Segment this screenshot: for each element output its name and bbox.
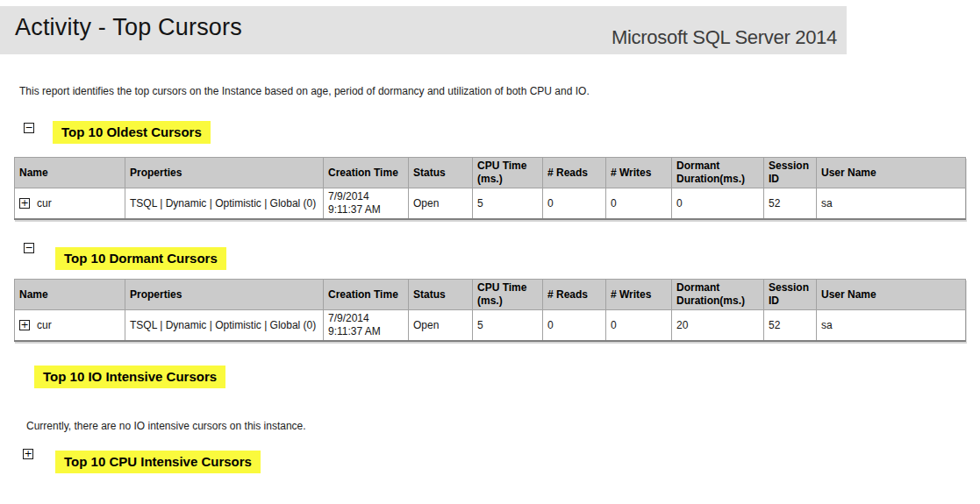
section-label-cpu: Top 10 CPU Intensive Cursors (55, 451, 261, 473)
column-header-properties: Properties (125, 280, 324, 310)
cell-reads: 0 (543, 310, 606, 342)
column-header-reads: # Reads (543, 280, 606, 310)
cell-name: + cur (15, 310, 125, 342)
oldest-cursors-table: Name Properties Creation Time Status CPU… (14, 157, 966, 220)
column-header-status: Status (409, 158, 473, 188)
cursor-row: + cur TSQL | Dynamic | Optimistic | Glob… (15, 188, 966, 220)
cell-creation-time: 7/9/2014 9:11:37 AM (324, 310, 409, 342)
column-header-writes: # Writes (606, 158, 672, 188)
column-header-user-name: User Name (817, 280, 966, 310)
collapse-toggle-icon[interactable]: − (24, 243, 34, 253)
cell-dormant-duration: 20 (672, 310, 764, 342)
report-page: Activity - Top Cursors Microsoft SQL Ser… (0, 0, 980, 504)
column-header-reads: # Reads (543, 158, 606, 188)
column-header-properties: Properties (125, 158, 324, 188)
header-row: Name Properties Creation Time Status CPU… (15, 280, 966, 310)
section-label-oldest: Top 10 Oldest Cursors (53, 121, 211, 144)
cell-cpu-time: 5 (473, 310, 543, 342)
expand-toggle-icon[interactable]: + (19, 198, 30, 209)
cell-properties: TSQL | Dynamic | Optimistic | Global (0) (125, 188, 324, 220)
cell-session-id: 52 (764, 310, 817, 342)
cell-cpu-time: 5 (473, 188, 543, 220)
cursor-name: cur (37, 197, 52, 210)
cell-dormant-duration: 0 (672, 188, 764, 220)
cell-writes: 0 (606, 188, 672, 220)
report-title: Activity - Top Cursors (15, 14, 242, 41)
cell-writes: 0 (606, 310, 672, 342)
cell-creation-time: 7/9/2014 9:11:37 AM (324, 188, 409, 220)
cell-user-name: sa (817, 188, 966, 220)
column-header-creation-time: Creation Time (324, 158, 409, 188)
column-header-writes: # Writes (606, 280, 672, 310)
collapse-toggle-icon[interactable]: − (24, 123, 34, 133)
column-header-session-id: Session ID (764, 280, 817, 310)
column-header-cpu-time: CPU Time (ms.) (473, 158, 543, 188)
cell-status: Open (409, 310, 473, 342)
column-header-dormant-duration: Dormant Duration(ms.) (672, 158, 764, 188)
cell-session-id: 52 (764, 188, 817, 220)
io-empty-message: Currently, there are no IO intensive cur… (26, 420, 306, 432)
expand-toggle-icon[interactable]: + (23, 449, 33, 459)
cursor-row: + cur TSQL | Dynamic | Optimistic | Glob… (15, 310, 966, 342)
dormant-cursors-table: Name Properties Creation Time Status CPU… (14, 279, 966, 342)
cursor-name: cur (37, 319, 52, 332)
column-header-status: Status (409, 280, 473, 310)
column-header-name: Name (15, 158, 125, 188)
cell-user-name: sa (817, 310, 966, 342)
column-header-creation-time: Creation Time (324, 280, 409, 310)
section-label-dormant: Top 10 Dormant Cursors (55, 247, 226, 270)
header-row: Name Properties Creation Time Status CPU… (15, 158, 966, 188)
column-header-cpu-time: CPU Time (ms.) (473, 280, 543, 310)
column-header-user-name: User Name (817, 158, 966, 188)
report-header-band: Activity - Top Cursors Microsoft SQL Ser… (0, 6, 847, 54)
column-header-dormant-duration: Dormant Duration(ms.) (672, 280, 764, 310)
cell-reads: 0 (543, 188, 606, 220)
column-header-name: Name (15, 280, 125, 310)
section-label-io: Top 10 IO Intensive Cursors (34, 366, 225, 388)
cell-status: Open (409, 188, 473, 220)
cell-properties: TSQL | Dynamic | Optimistic | Global (0) (125, 310, 324, 342)
expand-toggle-icon[interactable]: + (19, 320, 30, 330)
column-header-session-id: Session ID (764, 158, 817, 188)
report-description: This report identifies the top cursors o… (19, 85, 809, 97)
cell-name: + cur (15, 188, 125, 220)
brand-text: Microsoft SQL Server 2014 (612, 26, 837, 49)
